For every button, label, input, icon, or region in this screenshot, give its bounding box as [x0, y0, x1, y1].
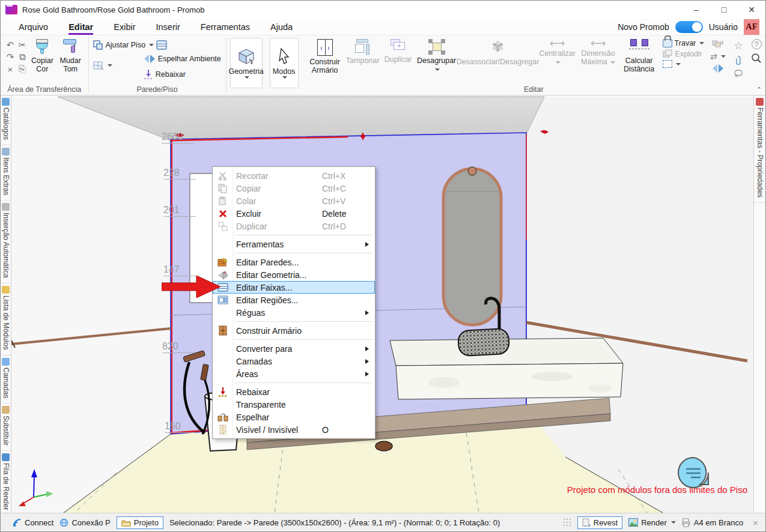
context-item-label: Editar Faixas... — [233, 283, 322, 292]
delete-icon[interactable]: × — [5, 64, 16, 74]
context-item-transparente[interactable]: Transparente — [213, 398, 375, 411]
minimize-button[interactable]: – — [682, 1, 710, 19]
a4-em-branco-button[interactable]: A4 em Branco — [682, 518, 743, 527]
globe-icon — [59, 518, 68, 527]
auto-insert-icon — [2, 203, 10, 211]
ribbon-collapse-chevron[interactable]: ⌃ — [756, 86, 762, 94]
copy-icon[interactable]: ⧉ — [17, 52, 28, 62]
title-bar: Rose Gold Bathroom/Rose Gold Bathroom - … — [1, 1, 765, 19]
sidebar-tab-label: Fila de Render - Rea — [2, 463, 10, 513]
menu-exibir[interactable]: Exibir — [114, 22, 135, 32]
context-item-r-guas[interactable]: Réguas — [213, 306, 375, 319]
context-item-copiar[interactable]: CopiarCtrl+C — [213, 182, 375, 195]
context-item-rebaixar[interactable]: Rebaixar — [213, 385, 375, 398]
context-item-colar[interactable]: ColarCtrl+V — [213, 195, 375, 207]
redo-icon[interactable]: ↷ — [5, 52, 16, 62]
conexao-p-button[interactable]: Conexão P — [59, 518, 110, 527]
calcular-distancia-button[interactable]: Calcular Distância — [619, 38, 659, 75]
statusbar-close-icon[interactable]: × — [749, 518, 762, 528]
context-item-editar-geometria[interactable]: Editar Geometria... — [213, 268, 375, 281]
sidebar-tab-substituir[interactable]: Substituir — [1, 404, 11, 451]
ajustar-piso-button[interactable]: Ajustar Piso — [92, 39, 168, 51]
sidebar-tab-label: Catálogos — [2, 107, 10, 140]
help-icon[interactable]: ? — [752, 39, 762, 49]
selection-mode-dropdown[interactable] — [663, 60, 705, 68]
sidebar-tab-fila-de-render-rea[interactable]: Fila de Render - Rea — [1, 451, 11, 513]
mudar-tom-button[interactable]: Mudar Tom — [56, 38, 85, 75]
replace-dropdown[interactable]: ⇄ — [710, 52, 726, 61]
centralizar-button[interactable]: ⟷ Centralizar — [538, 38, 577, 68]
stack-cubes-icon[interactable] — [712, 39, 724, 49]
travar-button[interactable]: Travar — [663, 39, 705, 47]
tamponar-button[interactable]: Tamponar — [344, 38, 381, 66]
novo-promob-toggle[interactable] — [675, 21, 703, 33]
geometria-button[interactable]: Geometria — [230, 38, 263, 88]
menu-editar[interactable]: Editar — [68, 22, 93, 32]
sidebar-tab-inser-o-autom-tica[interactable]: Inserção Automática — [1, 201, 11, 283]
paperclip-icon[interactable] — [734, 55, 743, 66]
cut-icon[interactable]: ✂ — [17, 40, 28, 50]
espelhar-ambiente-button[interactable]: Espelhar Ambiente — [142, 53, 222, 64]
context-item-duplicar[interactable]: DuplicarCtrl+D — [213, 220, 375, 232]
explode-icon — [663, 49, 673, 58]
context-item-editar-paredes[interactable]: Editar Paredes... — [213, 256, 375, 268]
maximize-button[interactable]: □ — [710, 1, 738, 19]
ungroup-icon — [428, 39, 445, 55]
resize-grip[interactable] — [563, 518, 571, 527]
mirror-small-icon[interactable] — [712, 64, 724, 73]
center-arrows-icon: ⟷ — [550, 39, 565, 47]
user-label: Usuário — [709, 22, 738, 32]
menu-inserir[interactable]: Inserir — [156, 22, 180, 32]
close-button[interactable]: ✕ — [738, 1, 765, 19]
context-item-ferramentas[interactable]: Ferramentas — [213, 238, 375, 250]
menu-ferramentas[interactable]: Ferramentas — [201, 22, 250, 32]
undo-icon[interactable]: ↶ — [5, 40, 16, 50]
ribbon-group-editar: Construir Armário Tamponar + Duplicar De… — [302, 35, 765, 95]
sidebar-tab-cat-logos[interactable]: Catálogos — [1, 95, 11, 145]
context-item-excluir[interactable]: ExcluirDelete — [213, 207, 375, 220]
context-item-camadas[interactable]: Camadas — [213, 355, 375, 367]
desassociar-button[interactable]: ✾ Desassociar/Desagregar — [458, 38, 538, 67]
lasso-icon[interactable] — [733, 69, 744, 77]
menu-ajuda[interactable]: Ajuda — [270, 22, 293, 32]
geometry-cube-icon — [237, 47, 255, 65]
sidebar-tab-itens-extras[interactable]: Itens Extras — [1, 145, 11, 201]
copiar-cor-button[interactable]: Copiar Cor — [28, 38, 56, 75]
desagrupar-button[interactable]: Desagrupar — [415, 38, 458, 75]
context-item-converter-para[interactable]: Converter para — [213, 342, 375, 355]
sidebar-tab-label: Camadas — [2, 367, 10, 398]
sidebar-tab-camadas[interactable]: Camadas — [1, 355, 11, 404]
context-item-espelhar[interactable]: Espelhar — [213, 411, 375, 423]
paste-icon[interactable]: ⎘ — [17, 64, 28, 74]
context-item-editar-faixas[interactable]: Editar Faixas... — [213, 281, 375, 294]
context-item-construir-arm-rio[interactable]: Construir Armário — [213, 324, 375, 337]
user-avatar[interactable]: AF — [744, 19, 759, 35]
chat-bubble-icon[interactable] — [676, 456, 711, 491]
duplicar-button[interactable]: + Duplicar — [381, 38, 415, 65]
wall-icon — [213, 258, 233, 267]
explodir-button[interactable]: Explodir — [663, 49, 705, 58]
context-item-label: Rebaixar — [233, 387, 322, 397]
context-item-recortar[interactable]: RecortarCtrl+X — [213, 169, 375, 182]
search-icon[interactable] — [751, 53, 762, 64]
rebaixar-ribbon-button[interactable]: Rebaixar — [142, 68, 222, 81]
construir-armario-button[interactable]: Construir Armário — [306, 38, 344, 76]
mirror-icon — [213, 413, 233, 422]
delete-x-icon — [213, 209, 233, 219]
sidebar-tab-ferramentas-propriedades[interactable]: Ferramentas - Propriedades — [754, 95, 765, 203]
favorite-star-icon[interactable]: ☆ — [734, 39, 743, 52]
render-button[interactable]: Render — [628, 518, 676, 527]
context-menu-separator — [213, 232, 375, 238]
viewport-3d[interactable]: 2600228201147820150 Projeto com módulos … — [11, 95, 753, 513]
sidebar-tab-lista-de-m-dulos[interactable]: Lista de Módulos — [1, 283, 11, 355]
revest-button[interactable]: Revest — [577, 516, 622, 529]
context-item-editar-regi-es[interactable]: Editar Regiões... — [213, 294, 375, 306]
context-item-vis-vel-invis-vel[interactable]: Visível / InvisívelO — [213, 423, 375, 436]
projeto-button[interactable]: Projeto — [117, 516, 163, 529]
wall-edit-dropdown[interactable] — [92, 59, 114, 71]
connect-button[interactable]: Connect — [13, 518, 53, 527]
modos-button[interactable]: Modos — [270, 38, 299, 88]
context-item-reas[interactable]: Áreas — [213, 367, 375, 380]
dimensao-maxima-button[interactable]: ⟷ Dimensão Máxima — [577, 38, 619, 68]
menu-arquivo[interactable]: Arquivo — [19, 22, 48, 32]
